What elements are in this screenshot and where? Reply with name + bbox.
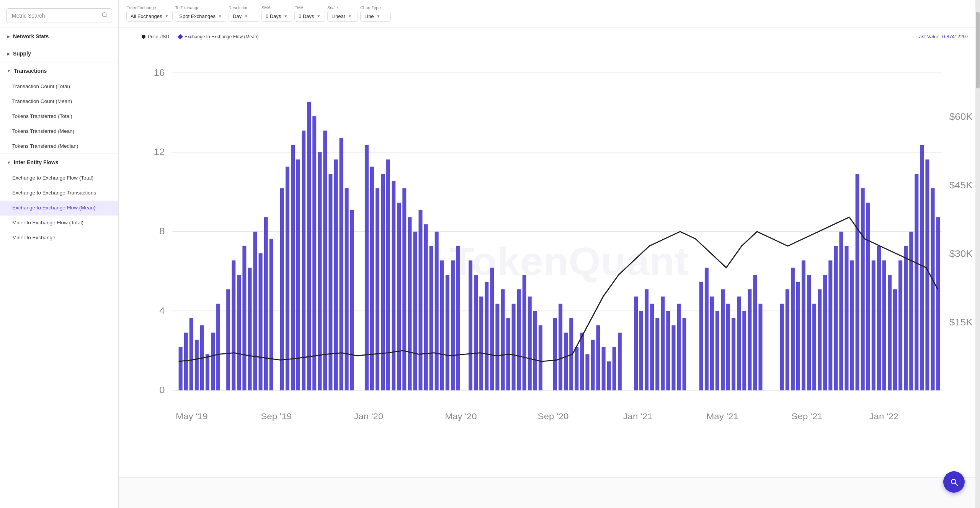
search-icon: [101, 12, 108, 20]
resolution-label: Resolution: [229, 5, 259, 10]
svg-rect-150: [920, 145, 924, 390]
svg-text:Sep '20: Sep '20: [538, 412, 569, 421]
svg-rect-68: [424, 224, 428, 390]
sidebar-item-ex-ex-flow-total[interactable]: Exchange to Exchange Flow (Total): [0, 171, 118, 186]
last-value[interactable]: Last Value: 0.87412207: [916, 34, 972, 39]
svg-rect-97: [596, 325, 600, 390]
sidebar-item-ex-ex-flow-mean[interactable]: Exchange to Exchange Flow (Mean): [0, 201, 118, 216]
sidebar-group-header-network-stats[interactable]: ▶Network Stats: [0, 28, 118, 45]
chart-container: TokenQuant 0 4 8 12 16 $15K $30K $45K $6…: [126, 44, 972, 462]
svg-rect-77: [479, 297, 483, 390]
svg-rect-93: [575, 347, 578, 390]
svg-rect-39: [253, 232, 257, 390]
svg-rect-34: [226, 289, 230, 390]
svg-rect-88: [539, 325, 542, 390]
scale-filter: Scale Linear ▼: [327, 5, 358, 22]
scrollbar[interactable]: [975, 0, 980, 508]
sidebar-item-miner-ex-flow-total[interactable]: Miner to Exchange Flow (Total): [0, 216, 118, 230]
svg-text:16: 16: [154, 67, 165, 78]
sidebar-group-header-inter-entity-flows[interactable]: ▼Inter Entity Flows: [0, 154, 118, 171]
arrow-icon: ▼: [7, 160, 11, 165]
svg-text:$45K: $45K: [949, 180, 972, 190]
svg-rect-98: [602, 347, 606, 390]
sidebar-section-inter-entity-flows: ▼Inter Entity FlowsExchange to Exchange …: [0, 154, 118, 245]
svg-text:Jan '22: Jan '22: [869, 412, 898, 421]
sma-select[interactable]: 0 Days ▼: [261, 11, 292, 22]
resolution-select[interactable]: Day ▼: [229, 11, 259, 22]
search-fab-button[interactable]: [943, 471, 965, 493]
ex-ex-flow-icon: [178, 34, 183, 39]
sidebar-group-header-transactions[interactable]: ▼Transactions: [0, 62, 118, 79]
svg-rect-26: [179, 347, 183, 390]
svg-rect-102: [634, 297, 638, 390]
svg-rect-53: [334, 160, 338, 390]
sidebar-item-tokens-total[interactable]: Tokens Transferred (Total): [0, 109, 118, 124]
ema-select[interactable]: 0 Days ▼: [294, 11, 325, 22]
svg-rect-134: [834, 246, 838, 390]
chart-type-filter: Chart Type Line ▼: [360, 5, 391, 22]
svg-rect-66: [413, 232, 417, 390]
scale-select[interactable]: Linear ▼: [327, 11, 358, 22]
svg-rect-46: [296, 160, 300, 390]
to-exchange-filter: To Exchange Spot Exchanges ▼: [175, 5, 226, 22]
sidebar-item-ex-ex-transactions[interactable]: Exchange to Exchange Transactions: [0, 186, 118, 201]
svg-text:$15K: $15K: [949, 317, 972, 327]
svg-rect-119: [737, 297, 741, 390]
sidebar-item-tx-count-total[interactable]: Transaction Count (Total): [0, 79, 118, 94]
svg-rect-112: [699, 282, 703, 390]
ema-filter: EMA 0 Days ▼: [294, 5, 325, 22]
chevron-down-icon: ▼: [376, 14, 380, 18]
chevron-down-icon: ▼: [244, 14, 248, 18]
arrow-icon: ▶: [7, 52, 10, 56]
sidebar-item-miner-ex[interactable]: Miner to Exchange: [0, 230, 118, 245]
svg-rect-138: [856, 174, 859, 390]
sidebar-item-tokens-median[interactable]: Tokens Transferred (Median): [0, 139, 118, 154]
to-exchange-label: To Exchange: [175, 5, 226, 10]
svg-rect-110: [677, 304, 681, 390]
svg-rect-45: [291, 145, 295, 390]
sidebar-item-tx-count-mean[interactable]: Transaction Count (Mean): [0, 94, 118, 109]
resolution-value: Day: [233, 13, 242, 19]
svg-rect-105: [650, 304, 654, 390]
svg-rect-118: [732, 318, 735, 390]
svg-rect-79: [490, 268, 494, 390]
to-exchange-select[interactable]: Spot Exchanges ▼: [175, 11, 226, 22]
sma-label: SMA: [261, 5, 292, 10]
svg-rect-147: [904, 246, 908, 390]
svg-rect-76: [474, 275, 478, 390]
svg-rect-130: [812, 304, 816, 390]
svg-rect-67: [418, 210, 422, 390]
svg-text:TokenQuant: TokenQuant: [449, 240, 689, 283]
svg-rect-107: [661, 297, 665, 390]
svg-text:12: 12: [154, 147, 165, 157]
scale-value: Linear: [332, 13, 345, 19]
svg-rect-91: [564, 333, 568, 390]
metric-search-input[interactable]: [6, 8, 112, 23]
ema-value: 0 Days: [299, 13, 314, 19]
from-exchange-label: From Exchange: [126, 5, 173, 10]
sidebar-group-header-supply[interactable]: ▶Supply: [0, 45, 118, 62]
svg-rect-126: [791, 268, 795, 390]
sidebar-group-label: Transactions: [14, 68, 47, 74]
svg-rect-90: [559, 304, 562, 390]
chart-type-select[interactable]: Line ▼: [360, 11, 391, 22]
from-exchange-select[interactable]: All Exchanges ▼: [126, 11, 173, 22]
svg-rect-141: [872, 260, 875, 390]
svg-rect-58: [370, 167, 374, 390]
sidebar-item-tokens-mean[interactable]: Tokens Transferred (Mean): [0, 124, 118, 139]
svg-rect-96: [591, 340, 595, 390]
svg-rect-135: [839, 232, 843, 390]
svg-rect-57: [365, 145, 369, 390]
svg-rect-33: [216, 304, 220, 390]
svg-rect-149: [915, 174, 918, 390]
legend-ex-ex-flow: Exchange to Exchange Flow (Mean): [178, 34, 258, 39]
scrollbar-thumb[interactable]: [976, 12, 980, 88]
svg-rect-38: [248, 268, 252, 390]
chart-area: Price USD Exchange to Exchange Flow (Mea…: [119, 28, 980, 477]
svg-rect-49: [312, 116, 316, 390]
sidebar-sections: ▶Network Stats▶Supply▼TransactionsTransa…: [0, 28, 118, 245]
chart-type-value: Line: [364, 13, 374, 19]
from-exchange-filter: From Exchange All Exchanges ▼: [126, 5, 173, 22]
svg-rect-128: [802, 260, 805, 390]
svg-rect-41: [264, 217, 268, 390]
